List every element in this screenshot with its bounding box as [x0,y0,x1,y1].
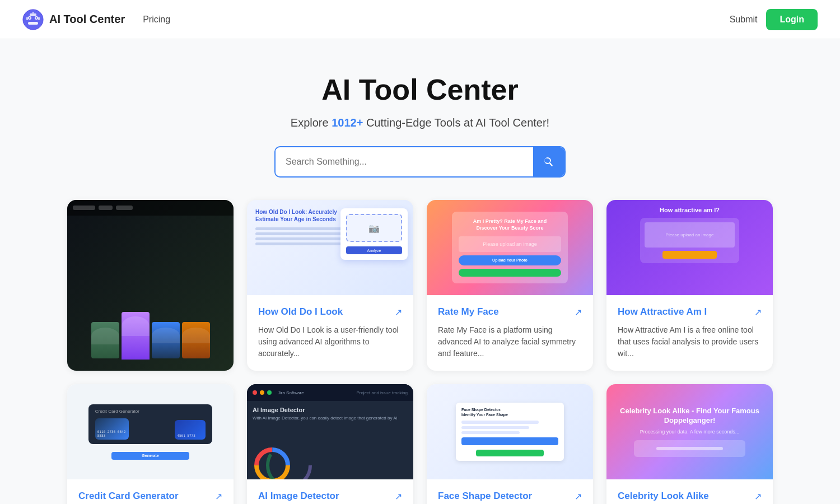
svg-rect-5 [28,22,38,25]
card-title-how-old: How Old Do I Look [258,306,343,318]
card-face-shape[interactable]: Face Shape Detector:Identify Your Face S… [427,384,593,504]
hero-section: AI Tool Center Explore 1012+ Cutting-Edg… [0,39,840,200]
card-title-celebrity: Celebrity Look Alike [618,491,709,502]
external-link-icon-face-shape[interactable]: ↗ [575,491,582,502]
svg-point-14 [268,444,310,479]
subtitle-count: 1012+ [332,116,363,129]
header-right: Submit Login [730,9,818,30]
svg-point-3 [29,17,31,18]
submit-link[interactable]: Submit [730,15,758,25]
card-credit-card[interactable]: Credit Card Generator 0110 2736 6842 888… [67,384,234,504]
search-button[interactable] [533,147,564,176]
card-thumbnail-rate-my-face: Am I Pretty? Rate My Face andDiscover Yo… [427,200,593,295]
card-body-ai-image-detector: AI Image Detector ↗ [247,479,413,504]
login-button[interactable]: Login [766,9,818,30]
card-thumbnail-face-shape: Face Shape Detector:Identify Your Face S… [427,384,593,479]
external-link-icon-rate-my-face[interactable]: ↗ [575,307,582,318]
external-link-icon-ai-image-detector[interactable]: ↗ [395,491,402,502]
card-title-face-shape: Face Shape Detector [438,491,532,502]
svg-point-4 [36,17,38,18]
card-ai-image-detector[interactable]: Jira Software Project and issue tracking… [247,384,413,504]
card-thumbnail-nectar [67,200,234,371]
search-bar [274,146,566,178]
nav-pricing[interactable]: Pricing [143,15,170,25]
card-body-how-attractive: How Attractive Am I ↗ How Attractive Am … [606,295,773,371]
card-thumbnail-how-attractive: How attractive am I? Please upload an im… [606,200,773,295]
brand-logo[interactable]: AI Tool Center [22,9,125,30]
card-thumbnail-how-old: How Old Do I Look: AccuratelyEstimate Yo… [247,200,413,295]
brand-name: AI Tool Center [49,13,125,26]
card-rate-my-face[interactable]: Am I Pretty? Rate My Face andDiscover Yo… [427,200,593,371]
svg-rect-9 [38,17,40,20]
card-thumbnail-celebrity: Celebrity Look Alike - Find Your FamousD… [606,384,773,479]
svg-rect-6 [30,13,36,16]
external-link-icon-how-attractive[interactable]: ↗ [754,307,762,318]
search-icon [543,156,554,167]
subtitle-prefix: Explore [291,116,329,129]
card-celebrity[interactable]: Celebrity Look Alike - Find Your FamousD… [606,384,773,504]
header: AI Tool Center Pricing Submit Login [0,0,840,39]
cards-grid: Nectar AI ↗ Nectar AI is a groundbreakin… [56,200,784,504]
card-desc-how-old: How Old Do I Look is a user-friendly too… [258,324,402,360]
external-link-icon-celebrity[interactable]: ↗ [754,491,762,502]
card-title-credit-card: Credit Card Generator [78,491,179,502]
external-link-icon-credit-card[interactable]: ↗ [215,491,222,502]
card-body-face-shape: Face Shape Detector ↗ [427,479,593,504]
card-body-credit-card: Credit Card Generator ↗ [67,479,234,504]
svg-point-13 [268,444,310,479]
card-desc-how-attractive: How Attractive Am I is a free online too… [618,324,762,360]
card-how-attractive[interactable]: How attractive am I? Please upload an im… [606,200,773,371]
card-title-ai-image-detector: AI Image Detector [258,491,339,502]
header-left: AI Tool Center Pricing [22,9,170,30]
card-how-old[interactable]: How Old Do I Look: AccuratelyEstimate Yo… [247,200,413,371]
card-body-celebrity: Celebrity Look Alike ↗ [606,479,773,504]
subtitle-suffix: Cutting-Edge Tools at AI Tool Center! [366,116,549,129]
hero-subtitle: Explore 1012+ Cutting-Edge Tools at AI T… [11,116,829,129]
card-nectar-ai[interactable]: Nectar AI ↗ Nectar AI is a groundbreakin… [67,200,234,371]
card-desc-rate-my-face: Rate My Face is a platform using advance… [438,324,582,360]
svg-rect-7 [32,12,34,13]
hero-title: AI Tool Center [11,73,829,106]
external-link-icon-how-old[interactable]: ↗ [395,307,402,318]
card-title-rate-my-face: Rate My Face [438,306,499,318]
donut-chart-2 [264,440,314,479]
svg-rect-8 [26,17,28,20]
card-body-how-old: How Old Do I Look ↗ How Old Do I Look is… [247,295,413,371]
card-thumbnail-credit-card: Credit Card Generator 0110 2736 6842 888… [67,384,234,479]
search-input[interactable] [276,149,533,175]
card-thumbnail-ai-image-detector: Jira Software Project and issue tracking… [247,384,413,479]
card-body-rate-my-face: Rate My Face ↗ Rate My Face is a platfor… [427,295,593,371]
robot-icon [22,9,44,30]
card-title-how-attractive: How Attractive Am I [618,306,707,318]
